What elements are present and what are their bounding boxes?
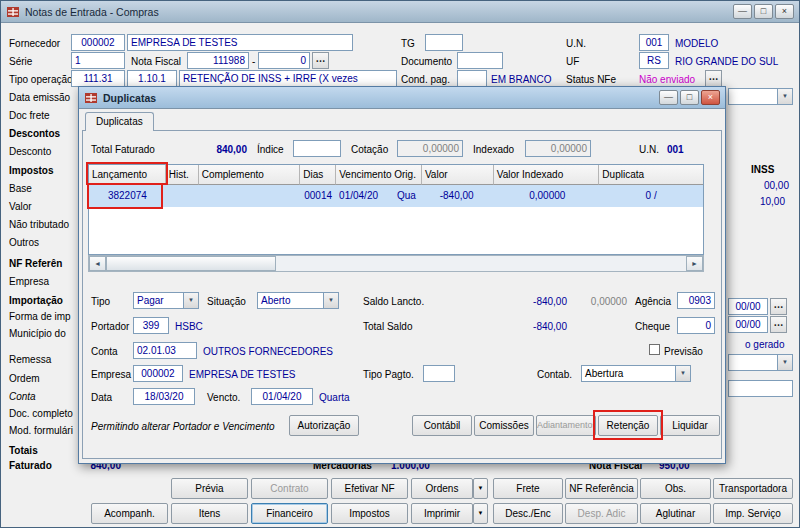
main-titlebar[interactable]: Notas de Entrada - Compras — □ ×: [1, 1, 799, 23]
grid-hscrollbar[interactable]: ◄ ►: [88, 255, 704, 272]
serie-field[interactable]: 1: [71, 52, 125, 69]
agencia-field[interactable]: 0903: [677, 292, 715, 309]
documento-field[interactable]: [457, 52, 503, 69]
scroll-right-icon[interactable]: ►: [686, 256, 703, 271]
col-valor[interactable]: Valor: [422, 165, 494, 185]
retencao-button[interactable]: Retenção: [598, 415, 658, 436]
itens-button[interactable]: Itens: [171, 503, 248, 524]
cheque-field[interactable]: 0: [677, 317, 715, 334]
comissoes-button[interactable]: Comissões: [474, 415, 534, 436]
cell-duplicata[interactable]: 0 /: [599, 185, 703, 207]
nota-fiscal-sufixo-field[interactable]: 0: [258, 52, 310, 69]
data-field[interactable]: 18/03/20: [133, 388, 195, 405]
previa-button[interactable]: Prévia: [171, 478, 248, 499]
tipo-operacao-code1-field[interactable]: 111.31: [71, 70, 125, 87]
impostos-button[interactable]: Impostos: [331, 503, 408, 524]
cell-dias[interactable]: 00014: [300, 185, 336, 207]
right-combo-top[interactable]: ▼: [728, 88, 793, 105]
ordens-dropdown-icon[interactable]: ▼: [473, 478, 488, 499]
nf-referencia-button[interactable]: NF Referência: [565, 478, 638, 499]
cotacao-field: 0,00000: [397, 140, 463, 157]
cond-pag-field[interactable]: [457, 70, 487, 87]
transportadora-button[interactable]: Transportadora: [713, 478, 793, 499]
col-vencimento-orig[interactable]: Vencimento Orig.: [336, 165, 422, 185]
un-code-field[interactable]: 001: [639, 34, 669, 51]
cell-hist[interactable]: [166, 185, 199, 207]
right-combo-mid[interactable]: ▼: [728, 354, 793, 371]
importacao-data2-lookup-button[interactable]: …: [770, 316, 787, 333]
empresa-dialog-label: Empresa: [91, 368, 131, 381]
tipo-combo[interactable]: Pagar ▼: [133, 292, 199, 309]
imprimir-button[interactable]: Imprimir: [411, 503, 473, 524]
cell-lancamento[interactable]: 3822074: [89, 185, 166, 207]
scrollbar-track[interactable]: [276, 256, 686, 271]
vencto-field[interactable]: 01/04/20: [251, 388, 313, 405]
col-valor-indexado[interactable]: Valor Indexado: [494, 165, 600, 185]
contab-combo[interactable]: Abertura ▼: [581, 365, 691, 382]
dialog-close-icon[interactable]: ×: [701, 90, 720, 105]
maximize-icon[interactable]: □: [754, 4, 773, 19]
frete-button[interactable]: Frete: [493, 478, 563, 499]
situacao-combo[interactable]: Aberto ▼: [257, 292, 339, 309]
total-faturado-value: 840,00: [187, 143, 247, 156]
cell-complemento[interactable]: [199, 185, 301, 207]
totais-section-label: Totais: [9, 444, 38, 457]
indice-field[interactable]: [293, 140, 341, 157]
dialog-minimize-icon[interactable]: —: [659, 90, 678, 105]
tipo-operacao-code2-field[interactable]: 1.10.1: [127, 70, 177, 87]
chevron-down-icon[interactable]: ▼: [777, 355, 792, 370]
conta-code-field[interactable]: 02.01.03: [133, 342, 197, 359]
minimize-icon[interactable]: —: [733, 4, 752, 19]
nota-fiscal-lookup-button[interactable]: …: [312, 52, 329, 69]
contabil-button[interactable]: Contábil: [412, 415, 472, 436]
efetivar-nf-button[interactable]: Efetivar NF: [331, 478, 408, 499]
importacao-data2-field[interactable]: 00/00: [728, 316, 768, 333]
cell-valor-indexado[interactable]: 0,00000: [494, 185, 600, 207]
portador-code-field[interactable]: 399: [133, 317, 169, 334]
desc-enc-button[interactable]: Desc./Enc: [493, 503, 563, 524]
scrollbar-thumb[interactable]: [106, 256, 276, 271]
cell-valor[interactable]: -840,00: [422, 185, 494, 207]
acompanh-button[interactable]: Acompanh.: [91, 503, 168, 524]
importacao-data1-lookup-button[interactable]: …: [770, 298, 787, 315]
tab-duplicatas[interactable]: Duplicatas: [85, 112, 154, 131]
fornecedor-code-field[interactable]: 000002: [71, 34, 125, 51]
col-hist[interactable]: Hist.: [166, 165, 199, 185]
tipo-pagto-field[interactable]: [423, 365, 455, 382]
aglutinar-button[interactable]: Aglutinar: [640, 503, 711, 524]
nota-fiscal-numero-field[interactable]: 111988: [187, 52, 249, 69]
ordens-button[interactable]: Ordens: [411, 478, 473, 499]
previsao-checkbox[interactable]: [649, 344, 660, 355]
chevron-down-icon[interactable]: ▼: [675, 366, 690, 381]
uf-code-field[interactable]: RS: [639, 52, 669, 69]
tipo-operacao-desc-field[interactable]: RETENÇÃO DE INSS + IRRF (X vezes: [179, 70, 397, 87]
imp-servico-button[interactable]: Imp. Serviço: [713, 503, 793, 524]
chevron-down-icon[interactable]: ▼: [323, 293, 338, 308]
col-duplicata[interactable]: Duplicata: [599, 165, 703, 185]
scroll-left-icon[interactable]: ◄: [89, 256, 106, 271]
obs-button[interactable]: Obs.: [640, 478, 711, 499]
autorizacao-button[interactable]: Autorização: [289, 415, 359, 436]
liquidar-button[interactable]: Liquidar: [660, 415, 720, 436]
table-row[interactable]: 3822074 00014 01/04/20 Qua -840,00 0,000…: [89, 185, 703, 207]
col-lancamento[interactable]: Lançamento: [89, 165, 166, 185]
col-complemento[interactable]: Complemento: [199, 165, 301, 185]
cell-vencimento[interactable]: 01/04/20 Qua: [336, 185, 422, 207]
fornecedor-name-field[interactable]: EMPRESA DE TESTES: [127, 34, 353, 51]
col-dias[interactable]: Dias: [300, 165, 336, 185]
status-nfe-lookup-button[interactable]: …: [705, 70, 722, 87]
dialog-maximize-icon[interactable]: □: [680, 90, 699, 105]
tg-field[interactable]: [425, 34, 463, 51]
chevron-down-icon[interactable]: ▼: [183, 293, 198, 308]
financeiro-button[interactable]: Financeiro: [251, 503, 328, 524]
dialog-un-value: 001: [667, 143, 684, 156]
right-field-bottom[interactable]: [728, 380, 793, 397]
close-icon[interactable]: ×: [775, 4, 794, 19]
imprimir-dropdown-icon[interactable]: ▼: [473, 503, 488, 524]
municipio-label: Município do: [9, 327, 66, 340]
dialog-titlebar[interactable]: Duplicatas — □ ×: [79, 87, 725, 109]
importacao-data1-field[interactable]: 00/00: [728, 298, 768, 315]
descontos-section-label: Descontos: [9, 127, 60, 140]
chevron-down-icon[interactable]: ▼: [777, 89, 792, 104]
empresa-code-field[interactable]: 000002: [133, 365, 183, 382]
